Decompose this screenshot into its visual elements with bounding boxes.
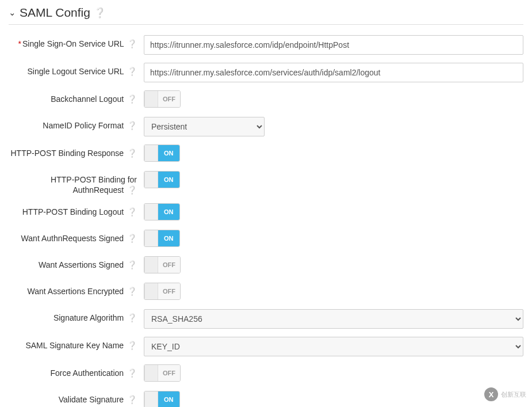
label-signature-algorithm: Signature Algorithm ❔ [9, 309, 144, 323]
toggle-label: OFF [158, 257, 180, 273]
toggle-label: ON [158, 172, 179, 188]
label-sso-url: *Single Sign-On Service URL ❔ [9, 35, 144, 49]
row-http-post-logout: HTTP-POST Binding Logout ❔ ON [9, 203, 523, 222]
backchannel-logout-toggle[interactable]: OFF [144, 90, 181, 108]
sso-url-input[interactable] [144, 35, 523, 55]
http-post-logout-toggle[interactable]: ON [144, 203, 180, 220]
toggle-handle [144, 230, 158, 246]
help-icon[interactable]: ❔ [127, 121, 137, 130]
label-want-authnrequests-signed: Want AuthnRequests Signed ❔ [9, 230, 144, 244]
toggle-label: OFF [158, 91, 180, 107]
row-saml-signature-key-name: SAML Signature Key Name ❔ KEY_ID [9, 337, 523, 356]
help-icon[interactable]: ❔ [127, 149, 137, 158]
watermark-icon: X [484, 387, 498, 401]
toggle-handle [144, 145, 158, 161]
watermark-text: 创新互联 [501, 390, 526, 399]
label-want-assertions-signed: Want Assertions Signed ❔ [9, 256, 144, 270]
toggle-handle [144, 172, 158, 188]
want-assertions-signed-toggle[interactable]: OFF [144, 256, 181, 273]
http-post-authnrequest-toggle[interactable]: ON [144, 171, 180, 188]
validate-signature-toggle[interactable]: ON [144, 391, 180, 407]
signature-algorithm-select[interactable]: RSA_SHA256 [144, 309, 523, 329]
saml-signature-key-name-select[interactable]: KEY_ID [144, 337, 523, 356]
help-icon[interactable]: ❔ [127, 94, 137, 104]
row-slo-url: Single Logout Service URL ❔ [9, 63, 523, 82]
slo-url-input[interactable] [144, 63, 523, 82]
label-nameid-policy: NameID Policy Format ❔ [9, 117, 144, 131]
row-http-post-authnrequest: HTTP-POST Binding for AuthnRequest ❔ ON [9, 171, 523, 195]
row-validate-signature: Validate Signature ❔ ON [9, 391, 523, 407]
toggle-handle [144, 283, 158, 299]
toggle-label: ON [158, 391, 179, 407]
label-slo-url: Single Logout Service URL ❔ [9, 63, 144, 77]
toggle-handle [144, 204, 158, 220]
force-authentication-toggle[interactable]: OFF [144, 364, 181, 382]
help-icon[interactable]: ❔ [127, 313, 137, 322]
row-signature-algorithm: Signature Algorithm ❔ RSA_SHA256 [9, 309, 523, 329]
row-force-authentication: Force Authentication ❔ OFF [9, 364, 523, 383]
toggle-handle [144, 391, 158, 407]
row-want-assertions-encrypted: Want Assertions Encrypted ❔ OFF [9, 283, 523, 301]
section-title: SAML Config [20, 6, 90, 20]
toggle-label: OFF [158, 365, 180, 381]
label-want-assertions-encrypted: Want Assertions Encrypted ❔ [9, 283, 144, 296]
help-icon[interactable]: ❔ [127, 67, 137, 76]
nameid-policy-select[interactable]: Persistent [144, 117, 265, 136]
help-icon[interactable]: ❔ [127, 341, 137, 350]
help-icon[interactable]: ❔ [127, 234, 137, 243]
help-icon[interactable]: ❔ [127, 287, 137, 296]
toggle-handle [144, 365, 158, 381]
help-icon[interactable]: ❔ [127, 39, 137, 48]
http-post-response-toggle[interactable]: ON [144, 144, 180, 162]
help-icon[interactable]: ❔ [127, 185, 137, 195]
help-icon[interactable]: ❔ [94, 7, 106, 19]
watermark: X 创新互联 [484, 387, 526, 401]
section-header[interactable]: ⌄ SAML Config ❔ [9, 6, 523, 25]
label-http-post-authnrequest: HTTP-POST Binding for AuthnRequest ❔ [9, 171, 144, 195]
required-indicator: * [18, 39, 21, 48]
help-icon[interactable]: ❔ [127, 395, 137, 404]
label-http-post-logout: HTTP-POST Binding Logout ❔ [9, 203, 144, 217]
toggle-label: ON [158, 145, 179, 161]
row-nameid-policy: NameID Policy Format ❔ Persistent [9, 117, 523, 136]
row-backchannel-logout: Backchannel Logout ❔ OFF [9, 90, 523, 109]
toggle-handle [144, 257, 158, 273]
toggle-label: OFF [158, 283, 180, 299]
row-sso-url: *Single Sign-On Service URL ❔ [9, 35, 523, 55]
row-want-authnrequests-signed: Want AuthnRequests Signed ❔ ON [9, 230, 523, 248]
toggle-label: ON [158, 204, 179, 220]
label-force-authentication: Force Authentication ❔ [9, 364, 144, 378]
label-backchannel-logout: Backchannel Logout ❔ [9, 90, 144, 104]
row-want-assertions-signed: Want Assertions Signed ❔ OFF [9, 256, 523, 275]
help-icon[interactable]: ❔ [127, 260, 137, 269]
row-http-post-response: HTTP-POST Binding Response ❔ ON [9, 144, 523, 163]
label-saml-signature-key-name: SAML Signature Key Name ❔ [9, 337, 144, 351]
want-assertions-encrypted-toggle[interactable]: OFF [144, 283, 181, 300]
help-icon[interactable]: ❔ [127, 207, 137, 216]
help-icon[interactable]: ❔ [127, 368, 137, 378]
label-http-post-response: HTTP-POST Binding Response ❔ [9, 144, 144, 158]
toggle-handle [144, 91, 158, 107]
label-validate-signature: Validate Signature ❔ [9, 391, 144, 405]
chevron-down-icon: ⌄ [9, 7, 16, 18]
toggle-label: ON [158, 230, 179, 246]
want-authnrequests-signed-toggle[interactable]: ON [144, 230, 180, 247]
